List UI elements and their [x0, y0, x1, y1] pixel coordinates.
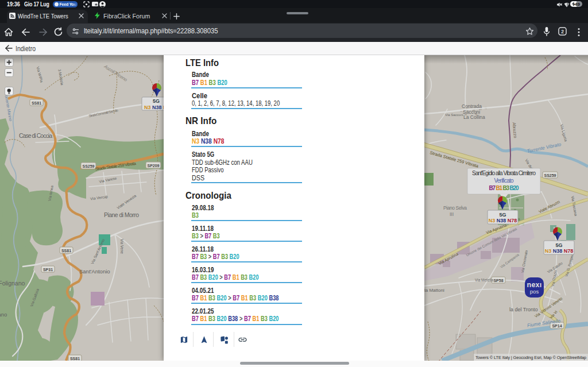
svg-text:2: 2 [561, 29, 564, 34]
